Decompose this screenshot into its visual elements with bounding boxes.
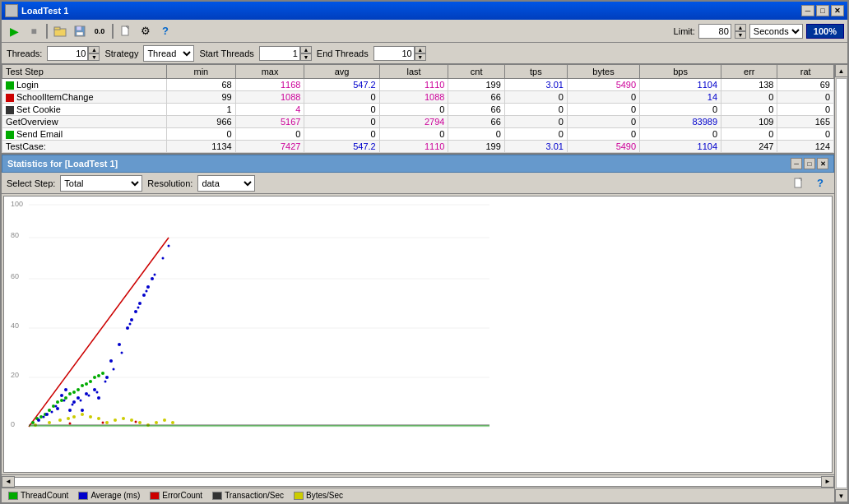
svg-point-27 bbox=[56, 400, 59, 404]
table-row[interactable]: TestCase:11347427547.211101993.015490110… bbox=[2, 141, 834, 153]
end-threads-spin-up[interactable]: ▲ bbox=[415, 46, 426, 53]
stats-maximize-btn[interactable]: □ bbox=[804, 158, 815, 169]
threads-spin-up[interactable]: ▲ bbox=[88, 46, 100, 53]
threads-input[interactable] bbox=[47, 46, 88, 61]
end-threads-spin-wrapper: ▲ ▼ bbox=[373, 46, 426, 61]
end-threads-spin: ▲ ▼ bbox=[415, 46, 426, 61]
export-button[interactable] bbox=[117, 22, 135, 40]
limit-section: Limit: ▲ ▼ Seconds Minutes Hours 100% bbox=[674, 24, 844, 39]
table-row[interactable]: Set Cookie14006600000 bbox=[2, 104, 834, 116]
cell-name: GetOverview bbox=[2, 116, 167, 128]
svg-point-36 bbox=[93, 376, 96, 379]
svg-point-70 bbox=[114, 418, 117, 422]
svg-point-56 bbox=[134, 310, 137, 313]
table-row[interactable]: Login681168547.211101993.015490110413869 bbox=[2, 79, 834, 91]
chart-scrollbar-x[interactable]: ◄ ► bbox=[2, 474, 834, 488]
svg-point-47 bbox=[81, 409, 84, 412]
maximize-button[interactable]: □ bbox=[816, 5, 829, 16]
col-tps[interactable]: tps bbox=[504, 65, 567, 79]
svg-text:40: 40 bbox=[11, 321, 19, 330]
svg-point-86 bbox=[104, 381, 107, 383]
chart-help-button[interactable]: ? bbox=[811, 174, 829, 192]
strategy-select[interactable]: Thread Process bbox=[143, 45, 194, 62]
table-row[interactable]: SchoolItemChange9910880108866001400 bbox=[2, 91, 834, 104]
col-bytes[interactable]: bytes bbox=[567, 65, 639, 79]
svg-point-45 bbox=[72, 400, 76, 404]
threads-spin-down[interactable]: ▼ bbox=[88, 53, 100, 61]
svg-point-68 bbox=[97, 417, 100, 420]
stats-minimize-btn[interactable]: ─ bbox=[791, 158, 802, 169]
start-threads-input[interactable] bbox=[259, 46, 300, 61]
table-row[interactable]: GetOverview966516702794660083989109165 bbox=[2, 116, 834, 128]
play-button[interactable]: ▶ bbox=[5, 22, 23, 40]
end-threads-spin-down[interactable]: ▼ bbox=[415, 53, 426, 61]
scroll-down-btn[interactable]: ▼ bbox=[835, 489, 848, 502]
svg-point-60 bbox=[151, 277, 154, 280]
col-err[interactable]: err bbox=[721, 65, 777, 79]
start-threads-spin-up[interactable]: ▲ bbox=[300, 46, 312, 53]
limit-spin-up[interactable]: ▲ bbox=[735, 24, 746, 31]
select-step-label: Select Step: bbox=[7, 178, 55, 188]
col-max[interactable]: max bbox=[235, 65, 304, 79]
svg-point-80 bbox=[55, 405, 58, 408]
legend-tps-label: Transaction/Sec bbox=[225, 491, 284, 500]
svg-point-79 bbox=[51, 411, 53, 414]
cell-cnt: 199 bbox=[448, 141, 504, 153]
limit-label: Limit: bbox=[674, 26, 695, 36]
svg-point-72 bbox=[130, 418, 133, 422]
svg-point-26 bbox=[52, 405, 55, 408]
stats-close-btn[interactable]: ✕ bbox=[817, 158, 828, 169]
row-name-text: SchoolItemChange bbox=[16, 92, 94, 102]
open-button[interactable] bbox=[51, 22, 69, 40]
legend-threadcount-color bbox=[8, 492, 18, 500]
resolution-label: Resolution: bbox=[147, 178, 193, 188]
cell-avg: 547.2 bbox=[304, 141, 379, 153]
minimize-button[interactable]: ─ bbox=[801, 5, 814, 16]
close-button[interactable]: ✕ bbox=[831, 5, 844, 16]
save-button[interactable] bbox=[71, 22, 89, 40]
svg-rect-3 bbox=[77, 26, 81, 30]
col-bps[interactable]: bps bbox=[640, 65, 721, 79]
cell-rat: 0 bbox=[777, 91, 834, 104]
limit-spin-down[interactable]: ▼ bbox=[735, 31, 746, 39]
svg-point-82 bbox=[72, 404, 74, 406]
svg-point-25 bbox=[48, 409, 51, 412]
chart-area[interactable]: 100 80 60 40 20 0 bbox=[3, 196, 833, 473]
limit-unit-select[interactable]: Seconds Minutes Hours bbox=[749, 24, 803, 39]
svg-point-99 bbox=[135, 421, 137, 423]
counter-button[interactable]: 0.0 bbox=[90, 22, 109, 40]
svg-rect-7 bbox=[795, 178, 801, 187]
limit-input[interactable] bbox=[698, 24, 731, 39]
chart-export-button[interactable] bbox=[790, 174, 808, 192]
svg-rect-4 bbox=[77, 32, 83, 35]
right-scrollbar[interactable]: ▲ ▼ bbox=[834, 64, 847, 502]
main-window: LoadTest 1 ─ □ ✕ ▶ ■ 0.0 ⚙ ? Limit: bbox=[0, 0, 849, 504]
svg-point-91 bbox=[146, 290, 148, 293]
svg-point-90 bbox=[137, 307, 140, 309]
scroll-up-btn[interactable]: ▲ bbox=[835, 64, 848, 77]
svg-point-30 bbox=[68, 392, 72, 395]
svg-rect-1 bbox=[54, 27, 60, 30]
table-row[interactable]: Send Email0000000000 bbox=[2, 128, 834, 141]
end-threads-input[interactable] bbox=[373, 46, 415, 61]
svg-text:80: 80 bbox=[11, 231, 19, 239]
legend-threadcount-label: ThreadCount bbox=[21, 491, 68, 500]
col-test-step[interactable]: Test Step bbox=[2, 65, 167, 79]
stats-panel: Statistics for [LoadTest 1] ─ □ ✕ Select… bbox=[2, 155, 834, 502]
col-min[interactable]: min bbox=[167, 65, 236, 79]
stop-button[interactable]: ■ bbox=[25, 22, 43, 40]
svg-point-39 bbox=[37, 418, 40, 422]
resolution-select[interactable]: data second minute bbox=[197, 175, 255, 192]
cell-name: Send Email bbox=[2, 128, 167, 141]
settings-button[interactable]: ⚙ bbox=[137, 22, 155, 40]
start-threads-spin-down[interactable]: ▼ bbox=[300, 53, 312, 61]
select-step-select[interactable]: Total Login SchoolItemChange Set Cookie … bbox=[60, 175, 142, 192]
col-last[interactable]: last bbox=[379, 65, 448, 79]
col-cnt[interactable]: cnt bbox=[448, 65, 504, 79]
col-avg[interactable]: avg bbox=[304, 65, 379, 79]
col-rat[interactable]: rat bbox=[777, 65, 834, 79]
help-button[interactable]: ? bbox=[156, 22, 174, 40]
scroll-left-btn[interactable]: ◄ bbox=[2, 476, 15, 488]
scroll-right-btn[interactable]: ► bbox=[821, 476, 834, 488]
cell-err: 0 bbox=[721, 91, 777, 104]
